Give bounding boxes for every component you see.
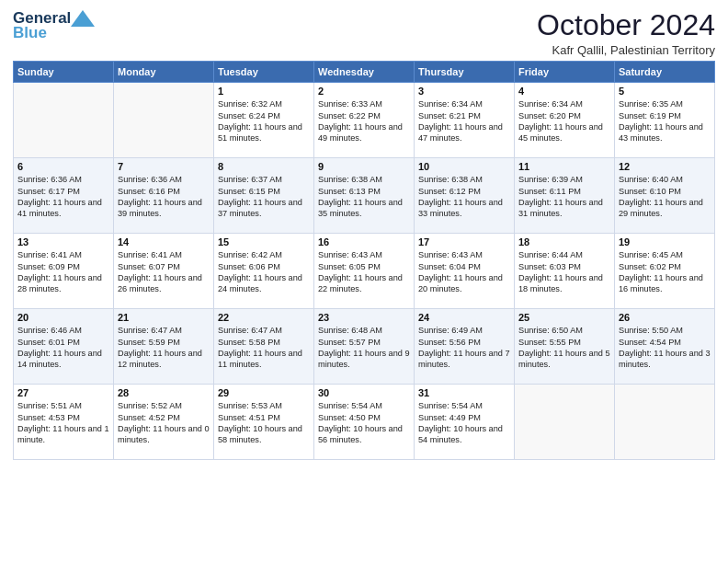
col-wednesday: Wednesday	[314, 62, 415, 83]
calendar-cell-w4-d4: 23Sunrise: 6:48 AM Sunset: 5:57 PM Dayli…	[314, 309, 415, 385]
calendar-cell-w2-d2: 7Sunrise: 6:36 AM Sunset: 6:16 PM Daylig…	[114, 158, 214, 234]
day-info: Sunrise: 6:44 AM Sunset: 6:03 PM Dayligh…	[518, 249, 610, 295]
calendar-cell-w5-d1: 27Sunrise: 5:51 AM Sunset: 4:53 PM Dayli…	[14, 385, 114, 460]
logo-icon	[71, 10, 95, 27]
calendar-cell-w5-d2: 28Sunrise: 5:52 AM Sunset: 4:52 PM Dayli…	[114, 385, 214, 460]
day-number: 12	[619, 161, 711, 172]
day-info: Sunrise: 6:39 AM Sunset: 6:11 PM Dayligh…	[518, 174, 610, 220]
day-info: Sunrise: 6:49 AM Sunset: 5:56 PM Dayligh…	[418, 325, 510, 371]
day-info: Sunrise: 5:51 AM Sunset: 4:53 PM Dayligh…	[17, 400, 109, 446]
day-number: 29	[218, 387, 310, 398]
day-info: Sunrise: 6:41 AM Sunset: 6:07 PM Dayligh…	[118, 249, 210, 295]
calendar-cell-w3-d4: 16Sunrise: 6:43 AM Sunset: 6:05 PM Dayli…	[314, 234, 415, 309]
calendar-header-row: Sunday Monday Tuesday Wednesday Thursday…	[14, 62, 715, 83]
day-info: Sunrise: 6:47 AM Sunset: 5:59 PM Dayligh…	[118, 325, 210, 371]
calendar-cell-w1-d1	[14, 83, 114, 158]
calendar-cell-w4-d6: 25Sunrise: 6:50 AM Sunset: 5:55 PM Dayli…	[515, 309, 615, 385]
calendar-cell-w2-d4: 9Sunrise: 6:38 AM Sunset: 6:13 PM Daylig…	[314, 158, 415, 234]
day-number: 21	[118, 312, 210, 323]
day-number: 2	[318, 86, 410, 97]
calendar-cell-w3-d7: 19Sunrise: 6:45 AM Sunset: 6:02 PM Dayli…	[615, 234, 715, 309]
calendar-cell-w2-d5: 10Sunrise: 6:38 AM Sunset: 6:12 PM Dayli…	[415, 158, 515, 234]
calendar-cell-w4-d7: 26Sunrise: 5:50 AM Sunset: 4:54 PM Dayli…	[615, 309, 715, 385]
day-info: Sunrise: 6:34 AM Sunset: 6:21 PM Dayligh…	[418, 98, 510, 144]
subtitle: Kafr Qallil, Palestinian Territory	[537, 43, 715, 57]
day-number: 11	[518, 161, 610, 172]
day-number: 9	[318, 161, 410, 172]
day-number: 19	[619, 236, 711, 247]
day-info: Sunrise: 5:54 AM Sunset: 4:49 PM Dayligh…	[418, 400, 510, 446]
calendar-cell-w4-d5: 24Sunrise: 6:49 AM Sunset: 5:56 PM Dayli…	[415, 309, 515, 385]
day-info: Sunrise: 6:37 AM Sunset: 6:15 PM Dayligh…	[218, 174, 310, 220]
day-info: Sunrise: 6:38 AM Sunset: 6:13 PM Dayligh…	[318, 174, 410, 220]
calendar-cell-w3-d1: 13Sunrise: 6:41 AM Sunset: 6:09 PM Dayli…	[14, 234, 114, 309]
day-info: Sunrise: 6:46 AM Sunset: 6:01 PM Dayligh…	[17, 325, 109, 371]
logo: General Blue	[13, 9, 95, 42]
calendar-week-3: 13Sunrise: 6:41 AM Sunset: 6:09 PM Dayli…	[14, 234, 715, 309]
col-thursday: Thursday	[415, 62, 515, 83]
page: General Blue October 2024 Kafr Qallil, P…	[0, 0, 728, 563]
calendar-cell-w2-d1: 6Sunrise: 6:36 AM Sunset: 6:17 PM Daylig…	[14, 158, 114, 234]
calendar-cell-w1-d5: 3Sunrise: 6:34 AM Sunset: 6:21 PM Daylig…	[415, 83, 515, 158]
day-info: Sunrise: 6:35 AM Sunset: 6:19 PM Dayligh…	[619, 98, 711, 144]
day-number: 1	[218, 86, 310, 97]
calendar-cell-w3-d6: 18Sunrise: 6:44 AM Sunset: 6:03 PM Dayli…	[515, 234, 615, 309]
day-info: Sunrise: 6:32 AM Sunset: 6:24 PM Dayligh…	[218, 98, 310, 144]
calendar-week-2: 6Sunrise: 6:36 AM Sunset: 6:17 PM Daylig…	[14, 158, 715, 234]
calendar-cell-w2-d7: 12Sunrise: 6:40 AM Sunset: 6:10 PM Dayli…	[615, 158, 715, 234]
calendar-cell-w5-d5: 31Sunrise: 5:54 AM Sunset: 4:49 PM Dayli…	[415, 385, 515, 460]
day-number: 6	[17, 161, 109, 172]
day-number: 8	[218, 161, 310, 172]
day-number: 27	[17, 387, 109, 398]
calendar-cell-w1-d3: 1Sunrise: 6:32 AM Sunset: 6:24 PM Daylig…	[214, 83, 314, 158]
day-number: 4	[518, 86, 610, 97]
calendar-cell-w5-d6	[515, 385, 615, 460]
title-block: October 2024 Kafr Qallil, Palestinian Te…	[537, 9, 715, 57]
day-info: Sunrise: 6:41 AM Sunset: 6:09 PM Dayligh…	[17, 249, 109, 295]
calendar-cell-w4-d1: 20Sunrise: 6:46 AM Sunset: 6:01 PM Dayli…	[14, 309, 114, 385]
day-number: 10	[418, 161, 510, 172]
day-number: 7	[118, 161, 210, 172]
col-tuesday: Tuesday	[214, 62, 314, 83]
calendar-cell-w2-d3: 8Sunrise: 6:37 AM Sunset: 6:15 PM Daylig…	[214, 158, 314, 234]
col-friday: Friday	[515, 62, 615, 83]
svg-marker-0	[71, 10, 95, 27]
day-info: Sunrise: 6:36 AM Sunset: 6:16 PM Dayligh…	[118, 174, 210, 220]
day-info: Sunrise: 6:36 AM Sunset: 6:17 PM Dayligh…	[17, 174, 109, 220]
day-info: Sunrise: 6:34 AM Sunset: 6:20 PM Dayligh…	[518, 98, 610, 144]
calendar-cell-w3-d5: 17Sunrise: 6:43 AM Sunset: 6:04 PM Dayli…	[415, 234, 515, 309]
day-number: 25	[518, 312, 610, 323]
calendar-table: Sunday Monday Tuesday Wednesday Thursday…	[13, 61, 715, 460]
day-number: 22	[218, 312, 310, 323]
day-number: 18	[518, 236, 610, 247]
day-number: 5	[619, 86, 711, 97]
day-number: 28	[118, 387, 210, 398]
day-info: Sunrise: 6:43 AM Sunset: 6:05 PM Dayligh…	[318, 249, 410, 295]
logo-blue: Blue	[13, 24, 47, 42]
day-info: Sunrise: 6:48 AM Sunset: 5:57 PM Dayligh…	[318, 325, 410, 371]
day-number: 30	[318, 387, 410, 398]
day-info: Sunrise: 6:43 AM Sunset: 6:04 PM Dayligh…	[418, 249, 510, 295]
day-number: 26	[619, 312, 711, 323]
day-info: Sunrise: 6:47 AM Sunset: 5:58 PM Dayligh…	[218, 325, 310, 371]
col-saturday: Saturday	[615, 62, 715, 83]
day-number: 14	[118, 236, 210, 247]
calendar-cell-w5-d3: 29Sunrise: 5:53 AM Sunset: 4:51 PM Dayli…	[214, 385, 314, 460]
day-info: Sunrise: 6:50 AM Sunset: 5:55 PM Dayligh…	[518, 325, 610, 371]
calendar-cell-w1-d6: 4Sunrise: 6:34 AM Sunset: 6:20 PM Daylig…	[515, 83, 615, 158]
day-info: Sunrise: 5:54 AM Sunset: 4:50 PM Dayligh…	[318, 400, 410, 446]
calendar-cell-w4-d2: 21Sunrise: 6:47 AM Sunset: 5:59 PM Dayli…	[114, 309, 214, 385]
day-info: Sunrise: 5:52 AM Sunset: 4:52 PM Dayligh…	[118, 400, 210, 446]
calendar-week-1: 1Sunrise: 6:32 AM Sunset: 6:24 PM Daylig…	[14, 83, 715, 158]
day-info: Sunrise: 6:45 AM Sunset: 6:02 PM Dayligh…	[619, 249, 711, 295]
day-number: 16	[318, 236, 410, 247]
day-info: Sunrise: 6:40 AM Sunset: 6:10 PM Dayligh…	[619, 174, 711, 220]
day-number: 31	[418, 387, 510, 398]
day-number: 24	[418, 312, 510, 323]
calendar-cell-w5-d7	[615, 385, 715, 460]
calendar-cell-w4-d3: 22Sunrise: 6:47 AM Sunset: 5:58 PM Dayli…	[214, 309, 314, 385]
day-number: 15	[218, 236, 310, 247]
day-number: 13	[17, 236, 109, 247]
day-number: 3	[418, 86, 510, 97]
calendar-cell-w1-d4: 2Sunrise: 6:33 AM Sunset: 6:22 PM Daylig…	[314, 83, 415, 158]
